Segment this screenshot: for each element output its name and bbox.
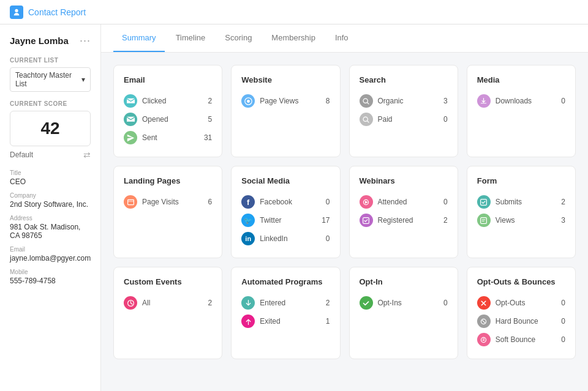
- tab-info[interactable]: Info: [326, 24, 357, 52]
- svg-point-2: [363, 99, 368, 103]
- card-media: Media Downloads 0: [467, 65, 576, 157]
- landing-pagevisits-icon: [124, 195, 137, 209]
- cards-grid: Email Clicked 2 Opened 5: [101, 53, 588, 371]
- linkedin-value: 0: [318, 234, 330, 243]
- media-downloads-label: Downloads: [496, 97, 548, 105]
- webinar-attended-value: 0: [435, 198, 448, 206]
- sidebar: Jayne Lomba ··· CURRENT LIST Teachtory M…: [0, 24, 101, 391]
- card-webinars-title: Webinars: [360, 176, 448, 185]
- form-views-label: Views: [496, 216, 548, 225]
- softbounce-icon: [477, 333, 491, 346]
- website-pageviews-icon: [241, 94, 255, 108]
- tab-timeline[interactable]: Timeline: [167, 24, 214, 52]
- card-custom-events: Custom Events All 2: [113, 267, 222, 359]
- svg-line-3: [368, 102, 369, 104]
- email-sent-icon: [124, 131, 137, 144]
- score-switch-icon[interactable]: ⇄: [83, 150, 91, 160]
- current-list-select[interactable]: Teachtory Master List ▾: [10, 67, 91, 92]
- card-webinars: Webinars Attended 0 Registered 2: [349, 166, 458, 258]
- email-clicked-value: 2: [200, 97, 212, 105]
- card-opt-in-title: Opt-In: [360, 277, 448, 286]
- mobile-label: Mobile: [10, 269, 91, 275]
- tab-summary[interactable]: Summary: [113, 24, 165, 52]
- contact-header: Jayne Lomba ···: [10, 34, 91, 47]
- webinar-attended-label: Attended: [378, 198, 431, 206]
- optout-value: 0: [553, 299, 565, 307]
- card-opt-outs-bounces-title: Opt-Outs & Bounces: [477, 277, 565, 286]
- email-opened-value: 5: [200, 115, 212, 124]
- email-clicked-icon: [124, 94, 137, 108]
- form-submits-label: Submits: [496, 198, 548, 206]
- auto-entered-value: 2: [318, 299, 330, 307]
- auto-exited-label: Exited: [260, 317, 312, 326]
- svg-point-1: [247, 100, 250, 103]
- card-row: Entered 2: [241, 294, 330, 312]
- softbounce-value: 0: [553, 335, 565, 344]
- email-opened-icon: [124, 113, 137, 126]
- card-row: Opt-Ins 0: [360, 294, 448, 312]
- card-row: Hard Bounce 0: [477, 312, 565, 330]
- main-content: Summary Timeline Scoring Membership Info…: [101, 24, 588, 391]
- svg-line-16: [482, 320, 485, 323]
- email-opened-label: Opened: [142, 115, 195, 124]
- card-automated-programs: Automated Programs Entered 2 Exited 1: [231, 267, 340, 359]
- website-pageviews-value: 8: [318, 97, 330, 105]
- score-footer: Default ⇄: [10, 150, 91, 160]
- card-opt-outs-bounces: Opt-Outs & Bounces Opt-Outs 0 Hard Bounc…: [467, 267, 576, 359]
- layout: Jayne Lomba ··· CURRENT LIST Teachtory M…: [0, 24, 588, 391]
- score-default: Default: [10, 151, 33, 159]
- facebook-icon: f: [241, 195, 255, 209]
- card-row: Sent 31: [124, 128, 212, 147]
- auto-exited-value: 1: [318, 317, 330, 326]
- tab-membership[interactable]: Membership: [263, 24, 324, 52]
- search-paid-label: Paid: [378, 115, 431, 124]
- card-row: Paid 0: [360, 110, 448, 128]
- facebook-label: Facebook: [260, 198, 312, 206]
- tabs: Summary Timeline Scoring Membership Info: [101, 24, 588, 53]
- title-value: CEO: [10, 177, 91, 186]
- auto-entered-icon: [241, 296, 255, 310]
- hardbounce-value: 0: [553, 317, 565, 326]
- info-address: Address 981 Oak St. Madison, CA 98765: [10, 215, 91, 240]
- card-row: Page Views 8: [241, 92, 330, 110]
- search-paid-icon: [360, 113, 373, 126]
- card-row: Soft Bounce 0: [477, 330, 565, 349]
- card-row: Page Visits 6: [124, 193, 212, 211]
- card-social-media-title: Social Media: [241, 176, 330, 185]
- email-sent-label: Sent: [142, 133, 195, 142]
- topbar-title: Contact Report: [28, 7, 86, 17]
- card-search: Search Organic 3 Paid 0: [349, 65, 458, 157]
- card-search-title: Search: [360, 75, 448, 84]
- company-label: Company: [10, 192, 91, 199]
- card-opt-in: Opt-In Opt-Ins 0: [349, 267, 458, 359]
- twitter-value: 17: [318, 216, 330, 225]
- svg-point-4: [363, 117, 368, 121]
- card-form: Form Submits 2 Views 3: [467, 166, 576, 258]
- tab-scoring[interactable]: Scoring: [216, 24, 260, 52]
- contact-menu-button[interactable]: ···: [80, 34, 91, 47]
- info-email: Email jayne.lomba@pgyer.com: [10, 246, 91, 263]
- website-pageviews-label: Page Views: [260, 97, 312, 105]
- webinar-attended-icon: [360, 195, 373, 209]
- score-box: 42: [10, 111, 91, 146]
- card-website: Website Page Views 8: [231, 65, 340, 157]
- chevron-down-icon: ▾: [81, 75, 85, 84]
- custom-all-icon: [124, 296, 137, 310]
- card-website-title: Website: [241, 75, 330, 84]
- email-sent-value: 31: [200, 133, 212, 142]
- landing-pagevisits-value: 6: [200, 198, 212, 206]
- company-value: 2nd Story Software, Inc.: [10, 200, 91, 209]
- current-score-label: CURRENT SCORE: [10, 100, 91, 107]
- softbounce-label: Soft Bounce: [496, 335, 548, 344]
- card-row: All 2: [124, 294, 212, 312]
- card-media-title: Media: [477, 75, 565, 84]
- form-submits-value: 2: [553, 198, 565, 206]
- search-organic-icon: [360, 94, 373, 108]
- current-list-value: Teachtory Master List: [15, 71, 81, 88]
- card-row: Downloads 0: [477, 92, 565, 110]
- webinar-registered-icon: [360, 214, 373, 227]
- form-views-value: 3: [553, 216, 565, 225]
- optout-label: Opt-Outs: [496, 299, 548, 307]
- search-organic-value: 3: [435, 97, 448, 105]
- form-views-icon: [477, 214, 491, 227]
